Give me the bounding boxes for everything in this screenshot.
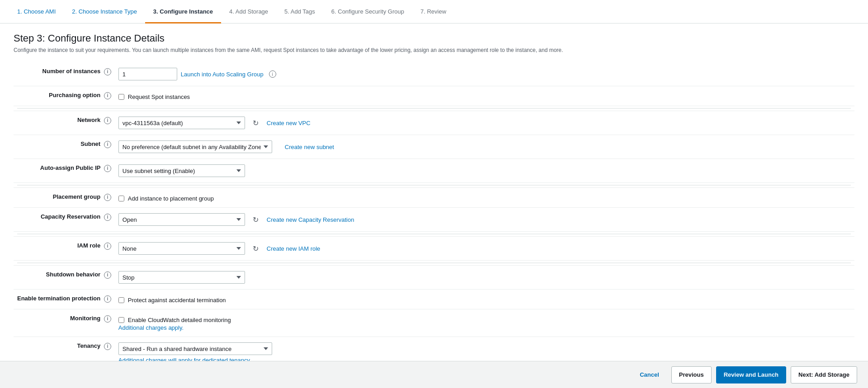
tenancy-info-icon[interactable]: i: [104, 343, 111, 350]
step-label: 1. Choose AMI: [17, 8, 56, 15]
step-label: 5. Add Tags: [284, 8, 315, 15]
auto-assign-ip-label: Auto-assign Public IP: [40, 164, 100, 171]
section-separator-1: [14, 106, 854, 111]
auto-assign-ip-info-icon[interactable]: i: [104, 165, 111, 172]
step-label: 6. Configure Security Group: [331, 8, 404, 15]
number-of-instances-controls: Launch into Auto Scaling Group i: [118, 68, 851, 80]
placement-group-checkbox[interactable]: [118, 196, 124, 201]
protect-termination-label[interactable]: Protect against accidental termination: [118, 295, 851, 304]
wizard-step-choose-ami[interactable]: 1. Choose AMI: [9, 0, 64, 23]
iam-role-select[interactable]: None: [118, 242, 245, 255]
purchasing-option-row: Purchasing option i Request Spot instanc…: [14, 86, 854, 106]
create-new-capacity-reservation-link[interactable]: Create new Capacity Reservation: [267, 216, 354, 223]
enable-termination-info-icon[interactable]: i: [104, 295, 111, 303]
placement-group-info-icon[interactable]: i: [104, 194, 111, 201]
subnet-label: Subnet: [80, 140, 100, 147]
placement-group-label: Placement group: [53, 193, 100, 200]
monitoring-row: Monitoring i Enable CloudWatch detailed …: [14, 309, 854, 337]
capacity-reservation-row: Capacity Reservation i Open ↻ Create new…: [14, 208, 854, 232]
step-label: 4. Add Storage: [229, 8, 268, 15]
network-refresh-icon[interactable]: ↻: [250, 117, 261, 128]
monitoring-additional-charges-link[interactable]: Additional charges apply.: [118, 324, 851, 331]
capacity-reservation-select[interactable]: Open: [118, 213, 245, 226]
page-description: Configure the instance to suit your requ…: [14, 47, 646, 53]
network-controls: vpc-4311563a (default) ↻ Create new VPC: [118, 117, 851, 129]
network-select[interactable]: vpc-4311563a (default): [118, 117, 245, 129]
purchasing-option-label: Purchasing option: [49, 92, 100, 98]
iam-role-controls: None ↻ Create new IAM role: [118, 242, 851, 255]
step-label: 2. Choose Instance Type: [72, 8, 137, 15]
tenancy-additional-charges-text: Additional charges will apply for dedica…: [118, 357, 851, 361]
capacity-reservation-controls: Open ↻ Create new Capacity Reservation: [118, 213, 851, 226]
network-label: Network: [77, 117, 100, 123]
wizard-step-add-storage[interactable]: 4. Add Storage: [221, 0, 276, 23]
wizard-navigation: 1. Choose AMI 2. Choose Instance Type 3.…: [0, 0, 868, 23]
capacity-reservation-label: Capacity Reservation: [41, 213, 100, 220]
section-separator-2: [14, 183, 854, 188]
configure-instance-form: Number of instances i Launch into Auto S…: [14, 62, 854, 361]
monitoring-check-text: Enable CloudWatch detailed monitoring: [128, 317, 231, 323]
enable-termination-label: Enable termination protection: [17, 295, 100, 302]
subnet-info-icon[interactable]: i: [104, 141, 111, 148]
create-new-subnet-link[interactable]: Create new subnet: [285, 144, 334, 150]
subnet-row: Subnet i No preference (default subnet i…: [14, 135, 854, 159]
number-of-instances-label: Number of instances: [42, 68, 101, 75]
number-of-instances-info-icon[interactable]: i: [104, 68, 111, 75]
iam-role-refresh-icon[interactable]: ↻: [250, 243, 261, 254]
enable-termination-row: Enable termination protection i Protect …: [14, 290, 854, 309]
wizard-step-configure-security-group[interactable]: 6. Configure Security Group: [323, 0, 412, 23]
launch-auto-scaling-link[interactable]: Launch into Auto Scaling Group: [181, 71, 264, 78]
subnet-select[interactable]: No preference (default subnet in any Ava…: [118, 140, 272, 153]
iam-role-row: IAM role i None ↻ Create new IAM role: [14, 237, 854, 261]
request-spot-instances-checkbox[interactable]: [118, 94, 124, 100]
protect-termination-checkbox[interactable]: [118, 297, 124, 303]
monitoring-check-label[interactable]: Enable CloudWatch detailed monitoring: [118, 315, 851, 323]
wizard-step-configure-instance[interactable]: 3. Configure Instance: [145, 0, 221, 23]
shutdown-behavior-select[interactable]: Stop: [118, 271, 245, 284]
wizard-step-choose-instance-type[interactable]: 2. Choose Instance Type: [64, 0, 145, 23]
network-info-icon[interactable]: i: [104, 117, 111, 124]
placement-group-row: Placement group i Add instance to placem…: [14, 188, 854, 208]
wizard-step-review[interactable]: 7. Review: [412, 0, 454, 23]
shutdown-behavior-info-icon[interactable]: i: [104, 271, 111, 279]
number-of-instances-input[interactable]: [118, 68, 177, 80]
wizard-step-add-tags[interactable]: 5. Add Tags: [276, 0, 323, 23]
capacity-reservation-info-icon[interactable]: i: [104, 214, 111, 221]
main-content: Step 3: Configure Instance Details Confi…: [0, 23, 868, 361]
request-spot-instances-text: Request Spot instances: [128, 93, 190, 100]
monitoring-label: Monitoring: [70, 315, 100, 322]
step-label: 3. Configure Instance: [153, 8, 213, 15]
create-new-vpc-link[interactable]: Create new VPC: [267, 120, 311, 126]
shutdown-behavior-row: Shutdown behavior i Stop: [14, 266, 854, 290]
placement-group-check-text: Add instance to placement group: [128, 195, 214, 202]
shutdown-behavior-label: Shutdown behavior: [46, 271, 101, 278]
tenancy-label: Tenancy: [77, 342, 100, 349]
create-new-iam-role-link[interactable]: Create new IAM role: [267, 245, 321, 252]
purchasing-option-info-icon[interactable]: i: [104, 92, 111, 99]
network-row: Network i vpc-4311563a (default) ↻ Creat…: [14, 111, 854, 135]
auto-assign-ip-select[interactable]: Use subnet setting (Enable): [118, 164, 245, 177]
section-separator-4: [14, 261, 854, 266]
tenancy-row: Tenancy i Shared - Run a shared hardware…: [14, 337, 854, 361]
protect-termination-text: Protect against accidental termination: [128, 297, 226, 304]
auto-scaling-info-icon[interactable]: i: [269, 70, 276, 78]
placement-group-check-label[interactable]: Add instance to placement group: [118, 193, 851, 202]
iam-role-label: IAM role: [77, 242, 100, 249]
monitoring-checkbox[interactable]: [118, 317, 124, 323]
auto-assign-ip-row: Auto-assign Public IP i Use subnet setti…: [14, 159, 854, 183]
capacity-reservation-refresh-icon[interactable]: ↻: [250, 214, 261, 225]
subnet-controls: No preference (default subnet in any Ava…: [118, 140, 851, 153]
tenancy-select[interactable]: Shared - Run a shared hardware instance: [118, 342, 272, 355]
number-of-instances-row: Number of instances i Launch into Auto S…: [14, 62, 854, 86]
page-title: Step 3: Configure Instance Details: [14, 33, 854, 44]
section-separator-3: [14, 232, 854, 237]
iam-role-info-icon[interactable]: i: [104, 243, 111, 250]
step-label: 7. Review: [420, 8, 446, 15]
request-spot-instances-label[interactable]: Request Spot instances: [118, 92, 851, 100]
monitoring-info-icon[interactable]: i: [104, 315, 111, 323]
